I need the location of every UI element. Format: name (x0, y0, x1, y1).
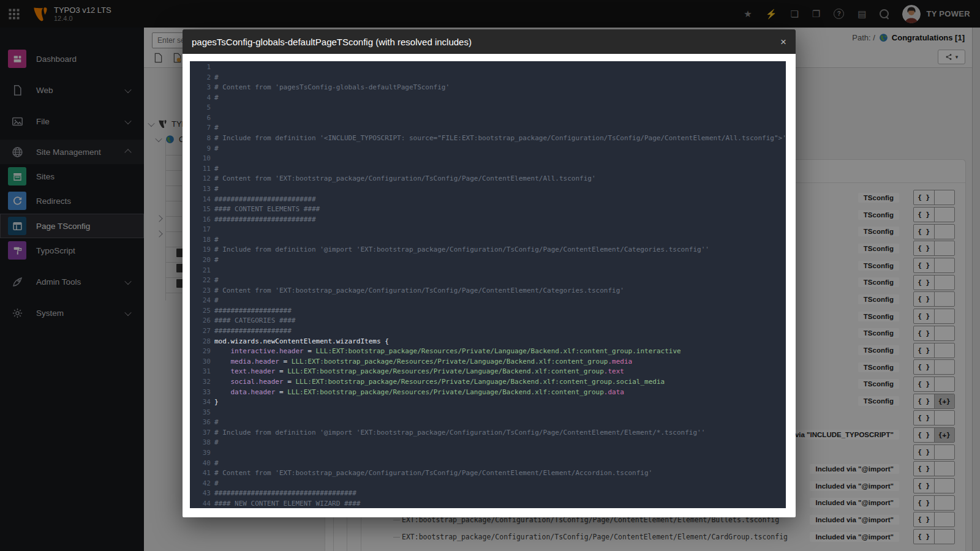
line-number: 32 (190, 377, 214, 388)
line-number: 38 (190, 438, 214, 448)
code-line: 44#### NEW CONTENT ELEMENT WIZARD #### (190, 499, 786, 508)
line-number: 10 (190, 154, 214, 164)
tsconfig-modal: pagesTsConfig-globals-defaultPageTSconfi… (183, 29, 796, 517)
line-number: 29 (190, 347, 214, 357)
code-line: 20# (190, 255, 786, 266)
line-number: 18 (190, 235, 214, 246)
code-line: 26#### CATEGORIES #### (190, 316, 786, 326)
line-number: 6 (190, 113, 214, 124)
code-line: 9# (190, 144, 786, 154)
line-number: 13 (190, 184, 214, 195)
line-number: 35 (190, 408, 214, 418)
line-number: 25 (190, 306, 214, 317)
line-number: 22 (190, 276, 214, 286)
code-line: 29 interactive.header = LLL:EXT:bootstra… (190, 347, 786, 357)
line-number: 5 (190, 103, 214, 113)
line-number: 7 (190, 123, 214, 133)
code-line: 10 (190, 154, 786, 164)
line-number: 40 (190, 459, 214, 469)
code-line: 41# Content from 'EXT:bootstrap_package/… (190, 468, 786, 479)
code-line: 17 (190, 225, 786, 235)
code-line: 30 media.header = LLL:EXT:bootstrap_pack… (190, 357, 786, 367)
code-line: 40# (190, 459, 786, 469)
line-number: 26 (190, 316, 214, 326)
line-number: 23 (190, 286, 214, 296)
code-line: 12# Content from 'EXT:bootstrap_package/… (190, 174, 786, 184)
line-number: 12 (190, 174, 214, 184)
line-number: 41 (190, 468, 214, 479)
line-number: 19 (190, 245, 214, 255)
line-number: 11 (190, 164, 214, 174)
line-number: 16 (190, 215, 214, 225)
code-line: 33 data.header = LLL:EXT:bootstrap_packa… (190, 388, 786, 398)
code-line: 36# (190, 418, 786, 428)
code-line: 39 (190, 448, 786, 459)
code-line: 27################### (190, 326, 786, 337)
code-line: 34} (190, 397, 786, 408)
code-line: 19# Include from definition '@import 'EX… (190, 245, 786, 255)
code-line: 35 (190, 408, 786, 418)
line-number: 9 (190, 144, 214, 154)
code-line: 24# (190, 296, 786, 306)
code-line: 18# (190, 235, 786, 246)
line-number: 36 (190, 418, 214, 428)
code-line: 25################### (190, 306, 786, 317)
line-number: 33 (190, 388, 214, 398)
line-number: 21 (190, 266, 214, 276)
code-line: 6 (190, 113, 786, 124)
code-line: 1 (190, 62, 786, 73)
code-line: 23# Content from 'EXT:bootstrap_package/… (190, 286, 786, 296)
code-line: 37# Include from definition '@import 'EX… (190, 428, 786, 438)
code-editor[interactable]: 12#3# Content from 'pagesTsConfig-global… (190, 61, 786, 508)
line-number: 15 (190, 204, 214, 215)
code-line: 42# (190, 479, 786, 489)
line-number: 27 (190, 326, 214, 337)
code-line: 28mod.wizards.newContentElement.wizardIt… (190, 337, 786, 347)
code-line: 15#### CONTENT ELEMENTS #### (190, 204, 786, 215)
line-number: 34 (190, 397, 214, 408)
line-number: 14 (190, 195, 214, 205)
line-number: 42 (190, 479, 214, 489)
line-number: 8 (190, 133, 214, 144)
line-number: 20 (190, 255, 214, 266)
line-number: 3 (190, 83, 214, 93)
code-line: 8# Include from definition '<INCLUDE_TYP… (190, 133, 786, 144)
code-line: 38# (190, 438, 786, 448)
line-number: 37 (190, 428, 214, 438)
line-number: 28 (190, 337, 214, 347)
line-number: 24 (190, 296, 214, 306)
line-number: 2 (190, 73, 214, 83)
code-line: 21 (190, 266, 786, 276)
line-number: 17 (190, 225, 214, 235)
line-number: 30 (190, 357, 214, 367)
code-line: 14######################### (190, 195, 786, 205)
line-number: 31 (190, 367, 214, 377)
modal-title: pagesTsConfig-globals-defaultPageTSconfi… (192, 37, 472, 47)
code-line: 11# (190, 164, 786, 174)
code-line: 3# Content from 'pagesTsConfig-globals-d… (190, 83, 786, 93)
line-number: 4 (190, 93, 214, 103)
line-number: 39 (190, 448, 214, 459)
line-number: 43 (190, 489, 214, 499)
typo3-backend: TYPO3 v12 LTS 12.4.0 ★⚡❏❐?▤ TY POWER (0, 0, 980, 551)
code-line: 5 (190, 103, 786, 113)
code-line: 13# (190, 184, 786, 195)
code-line: 32 social.header = LLL:EXT:bootstrap_pac… (190, 377, 786, 388)
code-line: 31 text.header = LLL:EXT:bootstrap_packa… (190, 367, 786, 377)
code-line: 16######################### (190, 215, 786, 225)
line-number: 44 (190, 499, 214, 508)
code-line: 2# (190, 73, 786, 83)
code-lines: 12#3# Content from 'pagesTsConfig-global… (190, 62, 786, 508)
code-line: 43################################### (190, 489, 786, 499)
code-line: 4# (190, 93, 786, 103)
close-icon[interactable]: × (780, 37, 786, 47)
line-number: 1 (190, 62, 214, 73)
code-line: 7# (190, 123, 786, 133)
code-line: 22# (190, 276, 786, 286)
modal-header: pagesTsConfig-globals-defaultPageTSconfi… (183, 29, 796, 54)
